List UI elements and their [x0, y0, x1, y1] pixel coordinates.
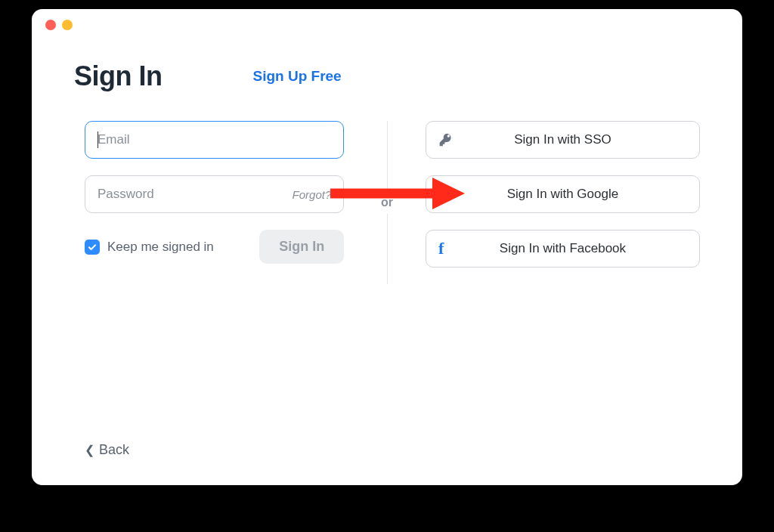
- email-input[interactable]: [98, 132, 331, 147]
- signup-free-link[interactable]: Sign Up Free: [253, 68, 342, 85]
- header-row: Sign In Sign Up Free: [74, 60, 700, 92]
- credentials-column: Forgot? Keep me signed in Sign In: [74, 121, 367, 284]
- window-titlebar: [32, 9, 742, 30]
- chevron-left-icon: ❮: [85, 443, 94, 457]
- divider: or: [367, 121, 407, 284]
- sso-button-label: Sign In with SSO: [458, 132, 687, 147]
- key-icon: [438, 132, 458, 147]
- page-title: Sign In: [74, 60, 163, 92]
- forgot-password-link[interactable]: Forgot?: [293, 188, 332, 201]
- email-field[interactable]: [85, 121, 344, 159]
- google-button-label: Sign In with Google: [458, 187, 687, 202]
- facebook-button[interactable]: f Sign In with Facebook: [426, 230, 700, 268]
- keep-signed-in[interactable]: Keep me signed in: [85, 240, 214, 255]
- back-label: Back: [99, 442, 129, 458]
- checkmark-icon: [87, 242, 98, 252]
- keep-signed-in-label: Keep me signed in: [107, 240, 214, 255]
- window-close-dot[interactable]: [45, 20, 56, 30]
- keep-signed-in-checkbox[interactable]: [85, 240, 100, 255]
- sso-button[interactable]: Sign In with SSO: [426, 121, 700, 159]
- content-area: Sign In Sign Up Free Forgot?: [32, 30, 742, 299]
- social-column: Sign In with SSO Sign In with Google: [407, 121, 700, 284]
- text-caret: [98, 131, 98, 148]
- bottom-row: Keep me signed in Sign In: [85, 230, 344, 264]
- window-minimize-dot[interactable]: [62, 20, 73, 30]
- google-button[interactable]: Sign In with Google: [426, 175, 700, 213]
- signin-window: Sign In Sign Up Free Forgot?: [32, 9, 742, 485]
- columns: Forgot? Keep me signed in Sign In or: [74, 121, 700, 284]
- google-icon: [438, 187, 458, 202]
- back-link[interactable]: ❮ Back: [85, 442, 129, 458]
- signin-button[interactable]: Sign In: [259, 230, 344, 264]
- or-label: or: [381, 191, 393, 214]
- facebook-button-label: Sign In with Facebook: [458, 241, 687, 256]
- facebook-icon: f: [438, 239, 458, 258]
- password-field[interactable]: Forgot?: [85, 175, 344, 213]
